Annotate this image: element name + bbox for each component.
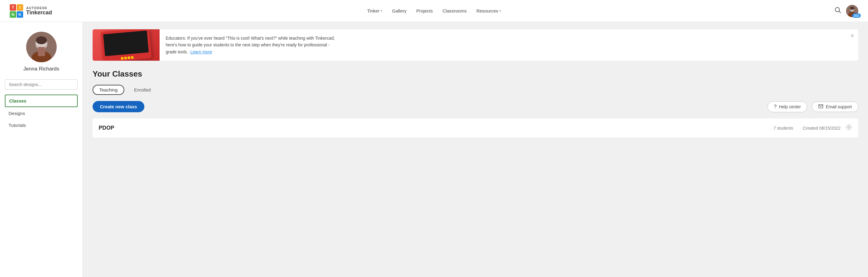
help-center-label: Help center (779, 104, 801, 109)
class-name: PDOP (99, 125, 769, 131)
avatar-badge: 202 (852, 13, 861, 18)
svg-point-15 (848, 126, 850, 129)
banner-learn-more-link[interactable]: Learn more (190, 49, 212, 54)
search-icon[interactable] (835, 7, 841, 15)
sidebar-item-tutorials[interactable]: Tutorials (5, 119, 78, 131)
tab-enrolled[interactable]: Enrolled (128, 85, 157, 94)
sidebar-avatar-section: Jenna Richards (5, 32, 78, 72)
svg-point-7 (850, 7, 854, 10)
help-icon: ? (774, 104, 777, 110)
email-support-button[interactable]: Email support (812, 102, 858, 112)
nav-tinker[interactable]: Tinker ▾ (367, 8, 382, 13)
main-content: Educators: If you've ever heard "This is… (83, 22, 868, 277)
nav-gallery-label: Gallery (392, 8, 407, 13)
header-right: 202 (835, 5, 858, 17)
logo-cell-t: T (10, 4, 16, 11)
help-center-button[interactable]: ? Help center (768, 101, 807, 112)
nav-tinker-label: Tinker (367, 8, 379, 13)
user-avatar[interactable]: 202 (846, 5, 858, 17)
banner-close-button[interactable]: × (850, 33, 854, 38)
sidebar-tutorials-label: Tutorials (8, 122, 26, 128)
tab-teaching-label: Teaching (99, 87, 118, 92)
logo-text: AUTODESK Tinkercad (26, 6, 52, 16)
banner: Educators: If you've ever heard "This is… (93, 29, 858, 61)
sidebar-avatar-image (26, 32, 57, 62)
nav-tinker-chevron: ▾ (381, 9, 382, 12)
logo-cell-k: K (17, 11, 23, 18)
tab-enrolled-label: Enrolled (134, 87, 151, 92)
banner-text-area: Educators: If you've ever heard "This is… (160, 29, 351, 61)
nav-classrooms[interactable]: Classrooms (442, 8, 467, 13)
sidebar: Jenna Richards Classes Designs Tutorials (0, 22, 83, 277)
main-layout: Jenna Richards Classes Designs Tutorials (0, 22, 868, 277)
create-new-class-button[interactable]: Create new class (93, 101, 144, 112)
logo-tinkercad-label: Tinkercad (26, 10, 52, 16)
nav-resources-chevron: ▾ (499, 9, 501, 12)
nav-resources[interactable]: Resources ▾ (476, 8, 501, 13)
email-support-label: Email support (826, 104, 852, 109)
nav-gallery[interactable]: Gallery (392, 8, 407, 13)
nav-projects-label: Projects (416, 8, 433, 13)
nav-resources-label: Resources (476, 8, 498, 13)
logo-autodesk-label: AUTODESK (26, 6, 52, 10)
tabs-row: Teaching Enrolled (93, 85, 858, 95)
email-icon (818, 104, 823, 109)
sidebar-username: Jenna Richards (23, 66, 59, 72)
svg-rect-13 (38, 47, 45, 56)
header: T I N K AUTODESK Tinkercad Tinker ▾ Gall… (0, 0, 868, 22)
nav-projects[interactable]: Projects (416, 8, 433, 13)
logo-grid: T I N K (10, 4, 23, 18)
banner-device (100, 29, 152, 61)
sidebar-classes-label: Classes (9, 98, 27, 104)
banner-device-keys (121, 56, 134, 60)
banner-device-screen (103, 30, 149, 56)
sidebar-item-designs[interactable]: Designs (5, 108, 78, 119)
logo-cell-n: N (10, 11, 16, 18)
class-settings-icon[interactable] (845, 124, 852, 132)
svg-point-11 (36, 36, 47, 44)
class-created: Created 08/15/2022 (803, 126, 841, 131)
create-class-label: Create new class (100, 104, 137, 109)
nav-classrooms-label: Classrooms (442, 8, 467, 13)
class-students: 7 students (774, 126, 794, 131)
svg-line-1 (839, 11, 841, 13)
sidebar-item-classes[interactable]: Classes (5, 94, 78, 107)
tab-teaching[interactable]: Teaching (93, 85, 124, 95)
section-title: Your Classes (93, 69, 858, 79)
logo-area: T I N K AUTODESK Tinkercad (10, 4, 52, 18)
banner-image (93, 29, 160, 61)
logo-cell-i: I (17, 4, 23, 11)
main-nav: Tinker ▾ Gallery Projects Classrooms Res… (367, 8, 501, 13)
class-row: PDOP 7 students Created 08/15/2022 (93, 118, 858, 138)
class-meta: 7 students Created 08/15/2022 (774, 126, 841, 131)
search-input[interactable] (5, 79, 78, 90)
actions-row: Create new class ? Help center Email sup… (93, 101, 858, 112)
sidebar-designs-label: Designs (8, 111, 25, 116)
